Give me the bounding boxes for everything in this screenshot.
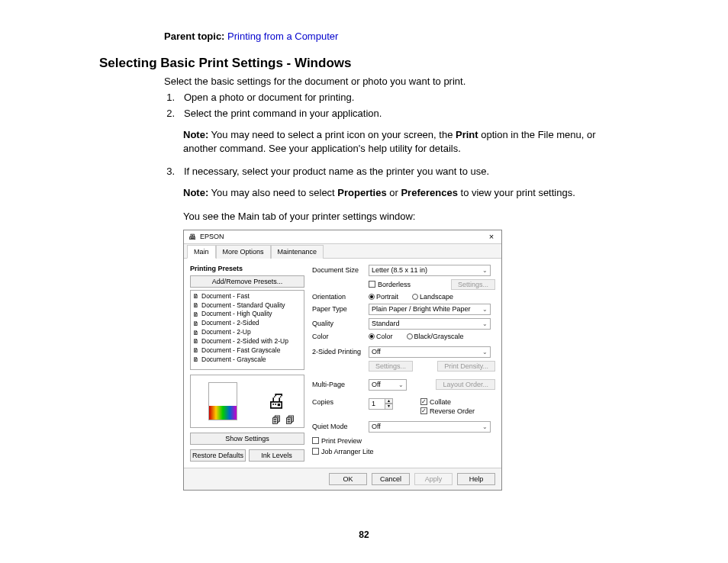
borderless-checkbox[interactable]: Borderless: [369, 281, 411, 288]
parent-topic-link[interactable]: Printing from a Computer: [227, 31, 338, 42]
copies-spinner[interactable]: 1 ▴▾: [369, 398, 393, 410]
close-button[interactable]: ×: [485, 232, 498, 241]
preset-list[interactable]: 🗎Document - Fast 🗎Document - Standard Qu…: [190, 290, 304, 370]
collate-icon: 🗐: [285, 415, 295, 426]
orientation-label: Orientation: [312, 293, 364, 301]
chevron-down-icon: ⌄: [398, 381, 404, 388]
intro-text: Select the basic settings for the docume…: [164, 76, 629, 87]
portrait-radio[interactable]: Portrait: [369, 293, 398, 301]
print-density-button: Print Density...: [437, 361, 495, 372]
step-2: 2. Select the print command in your appl…: [164, 108, 629, 119]
preset-item[interactable]: 🗎Document - Fast: [192, 292, 302, 301]
cancel-button[interactable]: Cancel: [372, 473, 410, 485]
doc-icon: 🗎: [193, 329, 199, 337]
restore-defaults-button[interactable]: Restore Defaults: [190, 449, 246, 462]
step-1: 1. Open a photo or document for printing…: [164, 92, 629, 103]
preview-area: 🖨 🗐 🗐: [190, 375, 304, 428]
preset-item[interactable]: 🗎Document - High Quality: [192, 310, 302, 319]
preset-item[interactable]: 🗎Document - 2-Up: [192, 328, 302, 337]
doc-icon: 🗎: [193, 292, 199, 301]
grayscale-radio[interactable]: Black/Grayscale: [407, 333, 464, 340]
print-preview-checkbox[interactable]: Print Preview: [312, 437, 495, 445]
add-remove-presets-button[interactable]: Add/Remove Presets...: [190, 275, 304, 288]
collate-checkbox[interactable]: Collate: [420, 398, 475, 406]
dialog-titlebar: 🖶 EPSON ×: [184, 230, 501, 244]
page-preview-icon: [208, 382, 237, 420]
printer-settings-dialog: 🖶 EPSON × Main More Options Maintenance …: [183, 230, 502, 491]
copies-label: Copies: [312, 398, 364, 406]
quality-label: Quality: [312, 320, 364, 327]
two-sided-select[interactable]: Off⌄: [369, 346, 491, 358]
parent-topic-label: Parent topic:: [164, 31, 224, 42]
chevron-up-icon[interactable]: ▴: [385, 398, 393, 404]
apply-button: Apply: [414, 473, 453, 485]
multipage-icon: 🗐: [272, 415, 281, 426]
quality-select[interactable]: Standard⌄: [369, 318, 491, 330]
page-number: 82: [0, 529, 728, 540]
document-size-label: Document Size: [312, 266, 364, 274]
doc-icon: 🗎: [193, 346, 199, 355]
tab-maintenance[interactable]: Maintenance: [271, 245, 324, 259]
color-label: Color: [312, 333, 364, 340]
chevron-down-icon: ⌄: [482, 423, 488, 430]
two-sided-label: 2-Sided Printing: [312, 348, 364, 355]
ok-button[interactable]: OK: [329, 473, 367, 485]
tab-more-options[interactable]: More Options: [216, 245, 271, 259]
chevron-down-icon[interactable]: ▾: [385, 404, 393, 410]
help-button[interactable]: Help: [457, 473, 495, 485]
reverse-order-checkbox[interactable]: Reverse Order: [420, 407, 475, 415]
printer-icon: 🖶: [188, 233, 196, 241]
show-settings-button[interactable]: Show Settings: [190, 433, 304, 445]
quiet-mode-label: Quiet Mode: [312, 423, 364, 430]
tab-main[interactable]: Main: [187, 245, 216, 259]
quiet-mode-select[interactable]: Off⌄: [369, 421, 491, 433]
preset-item[interactable]: 🗎Document - 2-Sided: [192, 319, 302, 328]
paper-type-select[interactable]: Plain Paper / Bright White Paper⌄: [369, 304, 491, 315]
ink-levels-button[interactable]: Ink Levels: [249, 449, 304, 462]
job-arranger-checkbox[interactable]: Job Arranger Lite: [312, 448, 495, 455]
multi-page-select[interactable]: Off⌄: [369, 379, 407, 391]
multi-page-label: Multi-Page: [312, 381, 364, 388]
parent-topic: Parent topic: Printing from a Computer: [164, 31, 629, 42]
dialog-title: EPSON: [200, 233, 224, 240]
chevron-down-icon: ⌄: [482, 267, 488, 274]
printer-preview-icon: 🖨: [266, 389, 286, 413]
color-radio[interactable]: Color: [369, 333, 393, 340]
note-1: Note: You may need to select a print ico…: [183, 128, 629, 155]
borderless-settings-button: Settings...: [451, 279, 495, 290]
doc-icon: 🗎: [193, 320, 199, 328]
dialog-tabs: Main More Options Maintenance: [184, 244, 501, 259]
landscape-radio[interactable]: Landscape: [412, 293, 453, 301]
two-sided-settings-button: Settings...: [369, 361, 413, 372]
doc-icon: 🗎: [193, 355, 199, 364]
step-3: 3. If necessary, select your product nam…: [164, 166, 629, 177]
section-title: Selecting Basic Print Settings - Windows: [99, 56, 629, 71]
document-size-select[interactable]: Letter (8.5 x 11 in)⌄: [369, 265, 491, 276]
preset-item[interactable]: 🗎Document - Fast Grayscale: [192, 346, 302, 355]
screenshot-caption: You see the Main tab of your printer set…: [183, 211, 629, 222]
doc-icon: 🗎: [193, 310, 199, 319]
layout-order-button: Layout Order...: [436, 379, 495, 390]
printing-presets-label: Printing Presets: [190, 265, 304, 272]
preset-item[interactable]: 🗎Document - Standard Quality: [192, 301, 302, 310]
preset-item[interactable]: 🗎Document - Grayscale: [192, 355, 302, 365]
doc-icon: 🗎: [193, 301, 199, 310]
chevron-down-icon: ⌄: [482, 320, 488, 327]
chevron-down-icon: ⌄: [482, 306, 488, 313]
chevron-down-icon: ⌄: [482, 349, 488, 355]
doc-icon: 🗎: [193, 337, 199, 346]
note-2: Note: You may also need to select Proper…: [183, 186, 629, 200]
preset-item[interactable]: 🗎Document - 2-Sided with 2-Up: [192, 337, 302, 346]
paper-type-label: Paper Type: [312, 305, 364, 313]
